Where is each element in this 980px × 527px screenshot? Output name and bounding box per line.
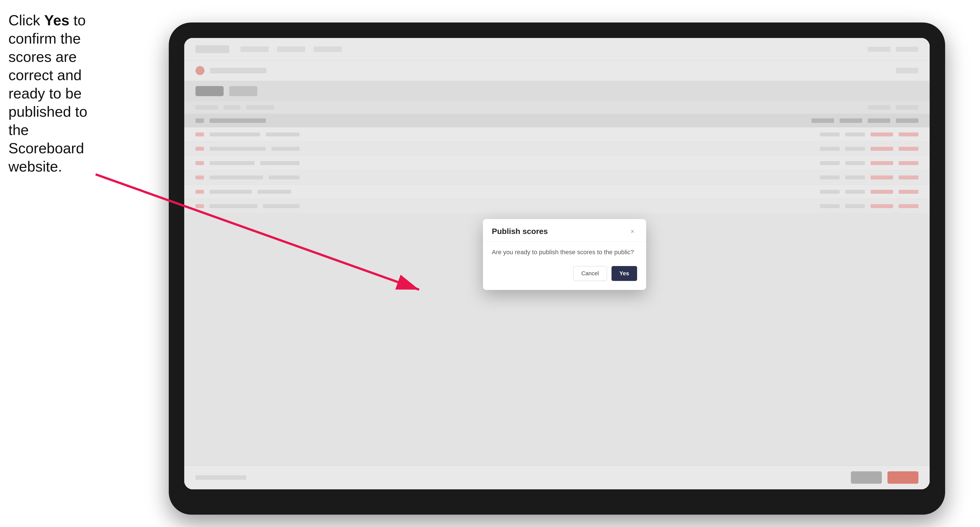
publish-scores-dialog: Publish scores × Are you ready to publis… bbox=[483, 219, 646, 290]
dialog-title: Publish scores bbox=[492, 227, 548, 236]
yes-button[interactable]: Yes bbox=[611, 266, 637, 281]
tablet-device: Publish scores × Are you ready to publis… bbox=[169, 22, 945, 514]
dialog-close-button[interactable]: × bbox=[628, 227, 637, 236]
dialog-header: Publish scores × bbox=[483, 219, 646, 242]
instruction-bold: Yes bbox=[44, 12, 70, 29]
instruction-suffix: to confirm the scores are correct and re… bbox=[8, 12, 87, 175]
tablet-screen: Publish scores × Are you ready to publis… bbox=[184, 38, 930, 489]
app-background: Publish scores × Are you ready to publis… bbox=[184, 38, 930, 489]
instruction-text: Click Yes to confirm the scores are corr… bbox=[8, 11, 90, 176]
cancel-button[interactable]: Cancel bbox=[573, 266, 607, 281]
dialog-body: Are you ready to publish these scores to… bbox=[483, 242, 646, 290]
dialog-message: Are you ready to publish these scores to… bbox=[492, 249, 637, 256]
instruction-prefix: Click bbox=[8, 12, 44, 29]
dialog-actions: Cancel Yes bbox=[492, 266, 637, 281]
modal-overlay: Publish scores × Are you ready to publis… bbox=[184, 38, 930, 489]
